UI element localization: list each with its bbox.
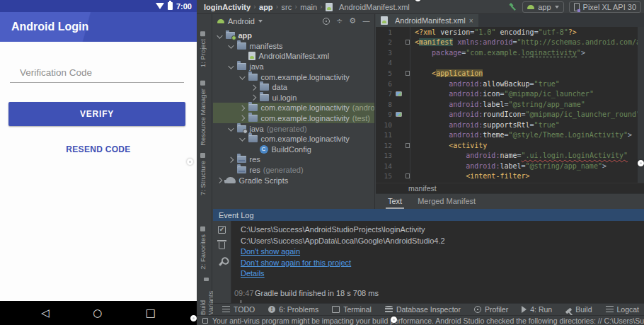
fold-marker-icon[interactable] xyxy=(406,173,410,178)
log-settings-icon[interactable] xyxy=(219,259,225,266)
tree-item[interactable]: com.example.loginactivity xyxy=(213,134,374,144)
event-log-link[interactable]: Don't show again for this project xyxy=(241,258,351,267)
tab-merged-manifest[interactable]: Merged Manifest xyxy=(415,194,478,209)
tree-item[interactable]: BuildConfig xyxy=(213,144,374,155)
tree-item[interactable]: res(generated) xyxy=(213,165,374,176)
hide-panel-icon[interactable]: — xyxy=(362,16,370,25)
editor-area: AndroidManifest.xml × 1<?xml version="1.… xyxy=(376,14,644,209)
status-bar-message: Your anti-virus program might be impacti… xyxy=(212,317,644,325)
tree-expand-arrow[interactable] xyxy=(239,106,245,111)
editor-tab-androidmanifest[interactable]: AndroidManifest.xml × xyxy=(376,14,478,27)
tree-item[interactable]: app xyxy=(213,30,374,41)
fold-marker-icon[interactable] xyxy=(406,71,410,76)
editor-scrollbar[interactable] xyxy=(638,27,644,183)
tree-item[interactable]: Gradle Scripts xyxy=(213,175,374,186)
selection-handle[interactable] xyxy=(187,159,193,165)
selection-handle[interactable] xyxy=(190,315,197,321)
tree-item-label: data xyxy=(272,83,287,91)
breadcrumb: loginActivity›app›src›main›AndroidManife… xyxy=(204,3,410,11)
tool-window-button-logcat[interactable]: Logcat xyxy=(606,305,640,314)
tab-text[interactable]: Text xyxy=(386,194,404,209)
code-token: "@string/app_name" xyxy=(526,162,602,170)
tree-expand-arrow[interactable] xyxy=(251,95,256,101)
breadcrumb-manifest[interactable]: manifest xyxy=(408,184,437,193)
tool-window-button-6-problems[interactable]: !6: Problems xyxy=(268,305,318,314)
breadcrumb-item-main[interactable]: main xyxy=(300,3,317,11)
code-token: encoding xyxy=(500,28,534,36)
tool-window-button-resource-manager[interactable]: Resource Manager xyxy=(199,81,207,146)
tool-window-button-database-inspector[interactable]: Database Inspector xyxy=(385,305,461,314)
breadcrumb-item-src[interactable]: src xyxy=(282,3,292,11)
tree-item[interactable]: com.example.loginactivity(androidTest) xyxy=(213,103,374,113)
line-number: 15 xyxy=(376,172,394,180)
resend-code-link[interactable]: RESEND CODE xyxy=(0,144,197,154)
tree-expand-arrow[interactable] xyxy=(228,157,234,163)
tree-expand-arrow[interactable] xyxy=(229,42,234,48)
tree-item[interactable]: ui.login xyxy=(213,93,374,103)
verify-button[interactable]: VERIFY xyxy=(8,102,185,126)
fold-marker-icon[interactable] xyxy=(406,40,410,45)
tree-item[interactable]: com.example.loginactivity(test) xyxy=(213,113,374,124)
settings-gear-icon[interactable]: ⚙ xyxy=(349,16,356,25)
tool-window-label: 7: Structure xyxy=(199,161,207,195)
tree-item-suffix: (androidTest) xyxy=(352,103,374,112)
tree-expand-arrow[interactable] xyxy=(240,74,246,79)
tree-item[interactable]: AndroidManifest.xml xyxy=(213,51,374,62)
event-log-link[interactable]: Details xyxy=(241,269,265,278)
tree-item[interactable]: data xyxy=(213,82,374,93)
run-config-selector[interactable]: app xyxy=(522,1,563,13)
tool-window-button-1-project[interactable]: 1: Project xyxy=(199,31,207,67)
collapse-all-icon[interactable]: ÷ xyxy=(336,16,343,25)
selection-handle[interactable] xyxy=(391,317,397,323)
recents-button[interactable]: □ xyxy=(146,307,156,319)
chevron-down-icon xyxy=(258,20,263,23)
verification-code-input[interactable]: Verification Code xyxy=(20,67,92,78)
tree-expand-arrow[interactable] xyxy=(217,178,222,183)
event-log-header[interactable]: Event Log xyxy=(213,209,644,221)
gutter-cell xyxy=(394,47,403,58)
back-button[interactable]: ◁ xyxy=(41,307,50,319)
tree-item[interactable]: manifests xyxy=(213,41,374,52)
status-notification-icon[interactable] xyxy=(202,318,208,324)
tree-item[interactable]: java(generated) xyxy=(213,123,374,134)
home-button[interactable]: ○ xyxy=(93,307,102,319)
tree-item[interactable]: res xyxy=(213,154,374,165)
tree-expand-arrow[interactable] xyxy=(229,63,234,69)
code-line: 10 android:supportsRtl="true" xyxy=(376,120,638,130)
clear-log-icon[interactable] xyxy=(219,242,225,249)
tree-expand-arrow[interactable] xyxy=(239,115,245,121)
tree-item[interactable]: java xyxy=(213,62,374,72)
tree-expand-arrow[interactable] xyxy=(229,125,234,131)
breadcrumb-item-loginactivity[interactable]: loginActivity xyxy=(204,3,251,11)
project-view-selector[interactable]: Android xyxy=(228,17,255,25)
tool-window-button-7-structure[interactable]: 7: Structure xyxy=(199,153,207,195)
tool-window-button-profiler[interactable]: Profiler xyxy=(474,305,508,314)
tool-window-button-todo[interactable]: TODO xyxy=(222,305,255,314)
tree-item[interactable]: com.example.loginactivity xyxy=(213,72,374,82)
db-icon xyxy=(385,306,393,313)
tree-expand-arrow[interactable] xyxy=(251,84,256,90)
line-number: 9 xyxy=(376,110,394,118)
mark-all-read-icon[interactable]: ✔ xyxy=(218,226,226,234)
android-view-icon xyxy=(217,19,224,23)
build-icon xyxy=(565,308,572,314)
tree-expand-arrow[interactable] xyxy=(217,33,223,38)
tree-expand-arrow[interactable] xyxy=(240,136,246,142)
breadcrumb-item-androidmanifest-xml[interactable]: AndroidManifest.xml xyxy=(339,3,410,11)
tool-window-button-terminal[interactable]: Terminal xyxy=(332,305,372,314)
tool-window-button-build[interactable]: Build xyxy=(565,305,592,314)
build-hammer-icon[interactable] xyxy=(508,2,517,11)
select-opened-file-icon[interactable] xyxy=(323,18,330,25)
tool-window-button-4-run[interactable]: 4: Run xyxy=(522,305,552,314)
gutter-cell xyxy=(394,58,403,69)
selection-handle[interactable] xyxy=(638,160,644,166)
code-token: android: xyxy=(449,110,483,118)
breadcrumb-item-app[interactable]: app xyxy=(259,3,273,11)
tool-window-button-build-variants[interactable]: Build Variants xyxy=(199,278,214,315)
device-selector[interactable]: Pixel XL API 30 xyxy=(569,1,641,13)
event-log-link[interactable]: Don't show again xyxy=(241,247,300,256)
close-tab-icon[interactable]: × xyxy=(469,17,473,25)
fold-marker-icon[interactable] xyxy=(406,143,410,148)
code-editor[interactable]: 1<?xml version="1.0" encoding="utf-8"?>2… xyxy=(376,27,638,183)
tool-window-button-2-favorites[interactable]: 2: Favorites xyxy=(199,227,207,270)
